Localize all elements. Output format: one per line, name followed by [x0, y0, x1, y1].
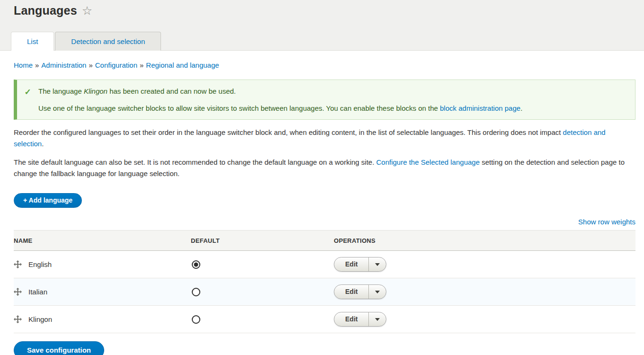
- tab-list[interactable]: List: [11, 32, 54, 51]
- table-row-italian: Italian Edit: [14, 278, 635, 306]
- block-administration-page-link[interactable]: block administration page: [440, 104, 520, 112]
- caret-down-icon: [375, 318, 380, 321]
- breadcrumb: Home»Administration»Configuration»Region…: [14, 61, 635, 69]
- show-row-weights-link[interactable]: Show row weights: [14, 218, 635, 226]
- table-header-row: NAME DEFAULT OPERATIONS: [14, 231, 635, 251]
- breadcrumb-home[interactable]: Home: [14, 61, 33, 69]
- languages-table: NAME DEFAULT OPERATIONS English: [14, 230, 635, 333]
- edit-split-button: Edit: [334, 284, 386, 299]
- drag-handle-icon[interactable]: [14, 315, 22, 323]
- breadcrumb-configuration[interactable]: Configuration: [95, 61, 137, 69]
- page-header: Languages ☆ List Detection and selection: [0, 0, 644, 51]
- tab-detection-and-selection[interactable]: Detection and selection: [55, 32, 161, 51]
- column-header-default: DEFAULT: [191, 231, 334, 251]
- add-language-button[interactable]: + Add language: [14, 193, 82, 208]
- title-row: Languages ☆: [0, 0, 644, 18]
- edit-dropdown-toggle[interactable]: [368, 312, 386, 326]
- edit-split-button: Edit: [334, 312, 386, 327]
- caret-down-icon: [375, 263, 380, 266]
- breadcrumb-regional-and-language[interactable]: Regional and language: [146, 61, 219, 69]
- default-language-paragraph: The site default language can also be se…: [14, 157, 635, 179]
- edit-dropdown-toggle[interactable]: [368, 285, 386, 299]
- main-content: Home»Administration»Configuration»Region…: [0, 61, 644, 355]
- page-title: Languages: [14, 4, 77, 18]
- language-name: English: [28, 260, 52, 268]
- default-language-radio[interactable]: [192, 315, 200, 324]
- table-row-english: English Edit: [14, 251, 635, 278]
- bookmark-star-icon[interactable]: ☆: [82, 5, 92, 17]
- breadcrumb-separator: »: [35, 61, 39, 69]
- default-language-radio[interactable]: [192, 288, 200, 296]
- table-row-klingon: Klingon Edit: [14, 306, 635, 333]
- language-name: Klingon: [28, 315, 52, 323]
- column-header-operations: OPERATIONS: [334, 231, 635, 251]
- status-message-text: The language Klingon has been created an…: [38, 87, 522, 113]
- language-name-emphasis: Klingon: [84, 87, 107, 95]
- edit-button[interactable]: Edit: [334, 285, 368, 299]
- edit-button[interactable]: Edit: [334, 312, 368, 326]
- column-header-name: NAME: [14, 231, 191, 251]
- breadcrumb-separator: »: [89, 61, 92, 69]
- drag-handle-icon[interactable]: [14, 260, 22, 268]
- caret-down-icon: [375, 291, 380, 293]
- edit-dropdown-toggle[interactable]: [368, 257, 386, 271]
- default-language-radio[interactable]: [192, 260, 200, 269]
- breadcrumb-separator: »: [140, 61, 143, 69]
- status-line-2: Use one of the language switcher blocks …: [38, 104, 522, 113]
- edit-split-button: Edit: [334, 257, 386, 272]
- intro-text: Reorder the configured languages to set …: [14, 127, 635, 179]
- primary-tabs: List Detection and selection: [11, 32, 161, 51]
- status-icon-column: ✓: [17, 87, 38, 113]
- status-message: ✓ The language Klingon has been created …: [14, 80, 635, 120]
- configure-selected-language-link[interactable]: Configure the Selected language: [376, 158, 480, 166]
- breadcrumb-administration[interactable]: Administration: [41, 61, 86, 69]
- checkmark-icon: ✓: [24, 88, 31, 97]
- status-line-1: The language Klingon has been created an…: [38, 87, 522, 96]
- drag-handle-icon[interactable]: [14, 288, 22, 296]
- reorder-paragraph: Reorder the configured languages to set …: [14, 127, 635, 150]
- language-name: Italian: [28, 288, 47, 296]
- save-configuration-button[interactable]: Save configuration: [14, 341, 104, 355]
- edit-button[interactable]: Edit: [334, 257, 368, 271]
